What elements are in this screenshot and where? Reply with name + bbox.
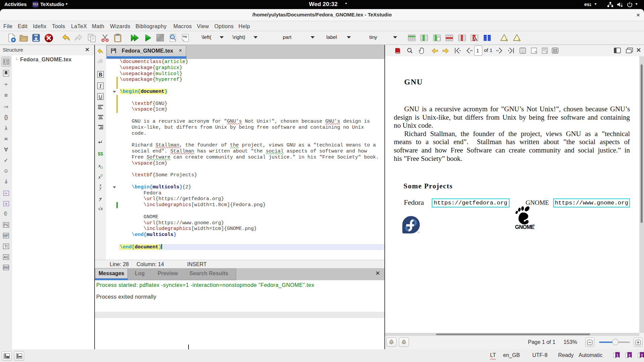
svg-text:3: 3 [641,353,643,357]
svg-text:TM: TM [533,225,535,226]
svg-text:TM: TM [417,231,420,233]
svg-text:1: 1 [522,49,524,52]
svg-text:log: log [183,35,187,38]
svg-text:2: 2 [629,353,630,357]
svg-text:1: 1 [616,353,618,357]
svg-text:GNOME: GNOME [515,224,535,230]
